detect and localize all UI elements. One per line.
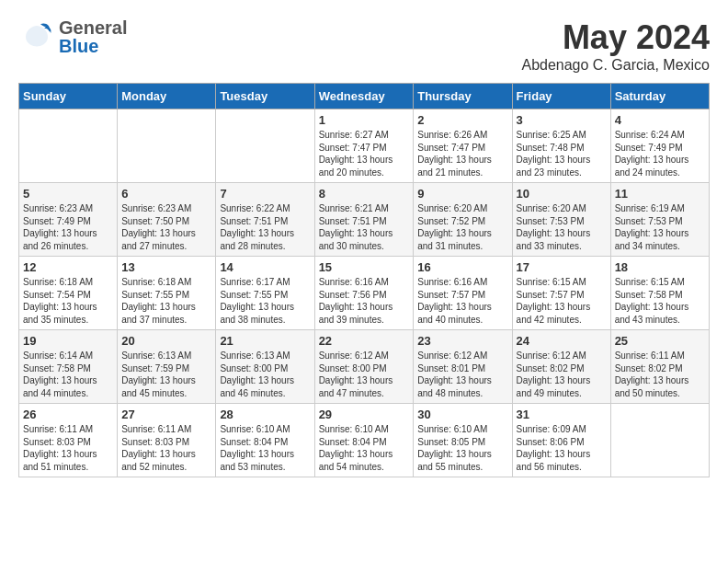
calendar-header-row: Sunday Monday Tuesday Wednesday Thursday… [19, 84, 710, 109]
day-number: 14 [220, 260, 310, 274]
day-number: 28 [220, 408, 310, 421]
day-number: 5 [23, 187, 113, 201]
day-number: 27 [121, 408, 211, 421]
table-row: 8Sunrise: 6:21 AM Sunset: 7:51 PM Daylig… [314, 183, 414, 257]
day-number: 6 [121, 187, 211, 201]
day-number: 23 [417, 334, 507, 348]
day-number: 11 [615, 187, 705, 201]
day-info: Sunrise: 6:10 AM Sunset: 8:04 PM Dayligh… [220, 423, 310, 473]
day-info: Sunrise: 6:13 AM Sunset: 8:00 PM Dayligh… [220, 350, 310, 399]
day-info: Sunrise: 6:10 AM Sunset: 8:05 PM Dayligh… [417, 423, 507, 473]
calendar-table: Sunday Monday Tuesday Wednesday Thursday… [18, 83, 710, 477]
table-row [118, 109, 216, 183]
day-number: 20 [121, 334, 211, 348]
month-title: May 2024 [521, 18, 710, 57]
day-info: Sunrise: 6:15 AM Sunset: 7:57 PM Dayligh… [517, 276, 607, 326]
logo-general: General [59, 18, 127, 37]
day-info: Sunrise: 6:22 AM Sunset: 7:51 PM Dayligh… [220, 202, 310, 252]
table-row: 17Sunrise: 6:15 AM Sunset: 7:57 PM Dayli… [512, 257, 610, 330]
day-number: 31 [517, 408, 607, 421]
day-number: 13 [121, 260, 211, 274]
day-number: 19 [23, 334, 113, 348]
table-row: 7Sunrise: 6:22 AM Sunset: 7:51 PM Daylig… [216, 183, 314, 257]
col-wednesday: Wednesday [314, 84, 414, 109]
table-row: 12Sunrise: 6:18 AM Sunset: 7:54 PM Dayli… [19, 257, 118, 330]
table-row: 26Sunrise: 6:11 AM Sunset: 8:03 PM Dayli… [19, 404, 118, 477]
col-tuesday: Tuesday [216, 84, 314, 109]
table-row: 25Sunrise: 6:11 AM Sunset: 8:02 PM Dayli… [610, 330, 709, 404]
day-info: Sunrise: 6:12 AM Sunset: 8:02 PM Dayligh… [517, 350, 607, 399]
table-row: 4Sunrise: 6:24 AM Sunset: 7:49 PM Daylig… [610, 109, 709, 183]
day-number: 15 [319, 260, 410, 274]
day-info: Sunrise: 6:12 AM Sunset: 8:00 PM Dayligh… [319, 350, 410, 399]
day-number: 24 [517, 334, 607, 348]
day-number: 18 [615, 260, 705, 274]
table-row: 1Sunrise: 6:27 AM Sunset: 7:47 PM Daylig… [314, 109, 414, 183]
day-number: 2 [417, 113, 507, 127]
col-friday: Friday [512, 84, 610, 109]
table-row [216, 109, 314, 183]
day-number: 4 [615, 113, 705, 127]
title-block: May 2024 Abdenago C. Garcia, Mexico [521, 18, 710, 74]
location-title: Abdenago C. Garcia, Mexico [521, 57, 710, 74]
logo-blue: Blue [59, 37, 127, 55]
calendar-week-row: 12Sunrise: 6:18 AM Sunset: 7:54 PM Dayli… [19, 257, 710, 330]
table-row: 19Sunrise: 6:14 AM Sunset: 7:58 PM Dayli… [19, 330, 118, 404]
table-row: 30Sunrise: 6:10 AM Sunset: 8:05 PM Dayli… [414, 404, 512, 477]
day-info: Sunrise: 6:21 AM Sunset: 7:51 PM Dayligh… [319, 202, 410, 252]
table-row: 29Sunrise: 6:10 AM Sunset: 8:04 PM Dayli… [314, 404, 414, 477]
logo-icon [18, 18, 55, 55]
day-info: Sunrise: 6:26 AM Sunset: 7:47 PM Dayligh… [417, 129, 507, 178]
day-number: 17 [517, 260, 607, 274]
day-info: Sunrise: 6:13 AM Sunset: 7:59 PM Dayligh… [121, 350, 211, 399]
day-info: Sunrise: 6:18 AM Sunset: 7:54 PM Dayligh… [23, 276, 113, 326]
day-number: 30 [417, 408, 507, 421]
day-info: Sunrise: 6:25 AM Sunset: 7:48 PM Dayligh… [517, 129, 607, 178]
day-info: Sunrise: 6:11 AM Sunset: 8:03 PM Dayligh… [23, 423, 113, 473]
day-info: Sunrise: 6:11 AM Sunset: 8:02 PM Dayligh… [615, 350, 705, 399]
day-number: 3 [517, 113, 607, 127]
table-row: 3Sunrise: 6:25 AM Sunset: 7:48 PM Daylig… [512, 109, 610, 183]
day-info: Sunrise: 6:14 AM Sunset: 7:58 PM Dayligh… [23, 350, 113, 399]
day-number: 26 [23, 408, 113, 421]
day-info: Sunrise: 6:24 AM Sunset: 7:49 PM Dayligh… [615, 129, 705, 178]
table-row: 27Sunrise: 6:11 AM Sunset: 8:03 PM Dayli… [118, 404, 216, 477]
day-number: 9 [417, 187, 507, 201]
table-row: 22Sunrise: 6:12 AM Sunset: 8:00 PM Dayli… [314, 330, 414, 404]
day-info: Sunrise: 6:20 AM Sunset: 7:52 PM Dayligh… [417, 202, 507, 252]
col-saturday: Saturday [610, 84, 709, 109]
table-row: 11Sunrise: 6:19 AM Sunset: 7:53 PM Dayli… [610, 183, 709, 257]
day-info: Sunrise: 6:11 AM Sunset: 8:03 PM Dayligh… [121, 423, 211, 473]
day-info: Sunrise: 6:23 AM Sunset: 7:50 PM Dayligh… [121, 202, 211, 252]
page-header: General Blue May 2024 Abdenago C. Garcia… [18, 18, 710, 74]
calendar-week-row: 5Sunrise: 6:23 AM Sunset: 7:49 PM Daylig… [19, 183, 710, 257]
table-row: 5Sunrise: 6:23 AM Sunset: 7:49 PM Daylig… [19, 183, 118, 257]
table-row: 24Sunrise: 6:12 AM Sunset: 8:02 PM Dayli… [512, 330, 610, 404]
day-number: 8 [319, 187, 410, 201]
table-row: 13Sunrise: 6:18 AM Sunset: 7:55 PM Dayli… [118, 257, 216, 330]
calendar-week-row: 19Sunrise: 6:14 AM Sunset: 7:58 PM Dayli… [19, 330, 710, 404]
table-row: 16Sunrise: 6:16 AM Sunset: 7:57 PM Dayli… [414, 257, 512, 330]
day-info: Sunrise: 6:18 AM Sunset: 7:55 PM Dayligh… [121, 276, 211, 326]
col-sunday: Sunday [19, 84, 118, 109]
day-number: 22 [319, 334, 410, 348]
day-info: Sunrise: 6:09 AM Sunset: 8:06 PM Dayligh… [517, 423, 607, 473]
table-row: 9Sunrise: 6:20 AM Sunset: 7:52 PM Daylig… [414, 183, 512, 257]
calendar-week-row: 1Sunrise: 6:27 AM Sunset: 7:47 PM Daylig… [19, 109, 710, 183]
table-row: 18Sunrise: 6:15 AM Sunset: 7:58 PM Dayli… [610, 257, 709, 330]
table-row [610, 404, 709, 477]
table-row: 21Sunrise: 6:13 AM Sunset: 8:00 PM Dayli… [216, 330, 314, 404]
day-info: Sunrise: 6:15 AM Sunset: 7:58 PM Dayligh… [615, 276, 705, 326]
day-info: Sunrise: 6:27 AM Sunset: 7:47 PM Dayligh… [319, 129, 410, 178]
calendar-week-row: 26Sunrise: 6:11 AM Sunset: 8:03 PM Dayli… [19, 404, 710, 477]
day-number: 21 [220, 334, 310, 348]
table-row [19, 109, 118, 183]
day-info: Sunrise: 6:16 AM Sunset: 7:56 PM Dayligh… [319, 276, 410, 326]
logo: General Blue [18, 18, 127, 55]
day-info: Sunrise: 6:20 AM Sunset: 7:53 PM Dayligh… [517, 202, 607, 252]
col-thursday: Thursday [414, 84, 512, 109]
day-info: Sunrise: 6:23 AM Sunset: 7:49 PM Dayligh… [23, 202, 113, 252]
day-info: Sunrise: 6:12 AM Sunset: 8:01 PM Dayligh… [417, 350, 507, 399]
table-row: 31Sunrise: 6:09 AM Sunset: 8:06 PM Dayli… [512, 404, 610, 477]
table-row: 28Sunrise: 6:10 AM Sunset: 8:04 PM Dayli… [216, 404, 314, 477]
